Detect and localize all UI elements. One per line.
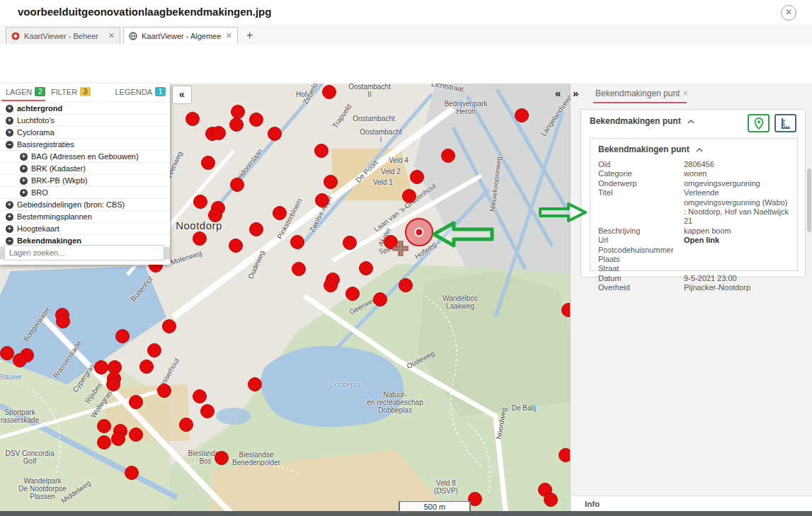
- tab-filter[interactable]: FILTER 3: [51, 87, 91, 96]
- announcement-dot[interactable]: [147, 343, 161, 357]
- layer-expand-icon[interactable]: +: [6, 129, 13, 137]
- announcement-dot[interactable]: [215, 451, 229, 465]
- announcement-dot[interactable]: [193, 195, 207, 209]
- panel-tab-close-icon[interactable]: ×: [682, 88, 687, 98]
- announcement-dot[interactable]: [185, 112, 200, 126]
- announcement-dot[interactable]: [0, 346, 14, 360]
- announcement-dot[interactable]: [515, 108, 529, 122]
- announcement-dot[interactable]: [230, 178, 244, 192]
- announcement-dot[interactable]: [544, 493, 558, 507]
- announcement-dot[interactable]: [231, 105, 245, 119]
- layer-row[interactable]: +Gebiedsindelingen (bron: CBS): [0, 199, 170, 211]
- layer-row[interactable]: +Luchtfoto's: [0, 115, 170, 127]
- layer-row[interactable]: +BRK (Kadaster): [0, 163, 170, 175]
- tab-lagen[interactable]: LAGEN 2: [6, 87, 45, 96]
- layer-collapse-icon[interactable]: −: [6, 141, 13, 149]
- panel-scrollbar[interactable]: [807, 168, 811, 232]
- field-value[interactable]: Open link: [684, 236, 791, 245]
- announcement-dot[interactable]: [13, 353, 27, 367]
- layer-row[interactable]: +achtergrond: [0, 103, 170, 115]
- layer-collapse-icon[interactable]: −: [6, 237, 13, 245]
- announcement-dot[interactable]: [410, 170, 424, 184]
- layer-search-input[interactable]: [4, 245, 164, 260]
- announcement-dot[interactable]: [248, 377, 262, 391]
- panel-tab-bekendmakingen-punt[interactable]: Bekendmakingen punt×: [595, 88, 687, 98]
- announcement-dot[interactable]: [162, 319, 176, 333]
- panel-collapse-right-icon[interactable]: »: [573, 87, 578, 99]
- layer-expand-icon[interactable]: +: [20, 153, 28, 161]
- announcement-dot[interactable]: [94, 360, 108, 374]
- announcement-dot[interactable]: [343, 236, 357, 250]
- announcement-dot[interactable]: [125, 466, 139, 480]
- announcement-dot[interactable]: [559, 448, 570, 462]
- layer-expand-icon[interactable]: +: [20, 177, 28, 185]
- announcement-dot[interactable]: [97, 419, 111, 433]
- layer-row[interactable]: +Cyclorama: [0, 127, 170, 139]
- browser-tab-algemeen[interactable]: KaartViewer - Algemeen ✕: [123, 27, 238, 44]
- sidebar-collapse-button[interactable]: «: [172, 86, 192, 104]
- chevron-up-icon[interactable]: [687, 120, 694, 124]
- field-label: Datum: [598, 274, 684, 283]
- tab-close-icon[interactable]: ✕: [108, 31, 115, 40]
- announcement-dot[interactable]: [111, 432, 125, 446]
- announcement-dot[interactable]: [268, 127, 282, 141]
- announcement-dot[interactable]: [399, 278, 413, 292]
- layer-expand-icon[interactable]: +: [6, 201, 13, 209]
- layer-row[interactable]: +Bestemmingsplannen: [0, 211, 170, 223]
- new-tab-icon[interactable]: +: [246, 29, 253, 42]
- announcement-dot[interactable]: [373, 292, 387, 306]
- layer-row[interactable]: −Basisregistraties: [0, 139, 170, 151]
- announcement-dot[interactable]: [345, 287, 360, 301]
- layer-row[interactable]: +BAG (Adressen en Gebouwen): [0, 151, 170, 163]
- announcement-dot[interactable]: [292, 262, 306, 276]
- announcement-dot[interactable]: [315, 193, 329, 207]
- tab-legenda[interactable]: LEGENDA 1: [115, 87, 166, 96]
- tab-close-icon[interactable]: ✕: [226, 31, 232, 40]
- zoom-to-feature-button[interactable]: [748, 114, 770, 132]
- announcement-dot[interactable]: [402, 189, 416, 203]
- announcement-dot[interactable]: [212, 126, 226, 140]
- layer-expand-icon[interactable]: +: [6, 225, 13, 233]
- announcement-dot[interactable]: [441, 149, 455, 163]
- announcement-dot[interactable]: [193, 231, 207, 246]
- layer-expand-icon[interactable]: +: [6, 213, 13, 221]
- announcement-dot[interactable]: [229, 239, 243, 253]
- announcement-dot[interactable]: [322, 85, 336, 99]
- layer-row[interactable]: +BRO: [0, 187, 170, 199]
- browser-tab-beheer[interactable]: KaartViewer - Beheer ✕: [6, 27, 120, 44]
- announcement-dot[interactable]: [314, 144, 328, 158]
- layer-row[interactable]: +BRK-PB (Wkpb): [0, 175, 170, 187]
- window-close-icon[interactable]: ✕: [781, 5, 796, 21]
- announcement-dot[interactable]: [56, 314, 70, 328]
- announcement-dot[interactable]: [201, 156, 215, 170]
- announcement-dot[interactable]: [324, 278, 338, 292]
- announcement-dot[interactable]: [290, 235, 304, 249]
- announcement-dot[interactable]: [229, 117, 244, 132]
- announcement-dot[interactable]: [106, 377, 120, 391]
- announcement-dot[interactable]: [249, 222, 263, 236]
- chevron-up-icon[interactable]: [696, 148, 703, 152]
- layer-expand-icon[interactable]: +: [6, 105, 13, 113]
- announcement-dot[interactable]: [193, 389, 207, 403]
- announcement-dot[interactable]: [97, 435, 111, 449]
- tab-label: KaartViewer - Beheer: [24, 32, 104, 40]
- panel-collapse-left-icon[interactable]: «: [555, 87, 561, 99]
- announcement-dot[interactable]: [115, 329, 130, 343]
- announcement-dot[interactable]: [324, 175, 338, 189]
- announcement-dot[interactable]: [179, 418, 193, 432]
- info-section-header[interactable]: Info: [571, 495, 812, 511]
- announcement-dot[interactable]: [273, 206, 287, 220]
- layer-expand-icon[interactable]: +: [20, 189, 28, 197]
- measure-button[interactable]: [774, 114, 796, 132]
- announcement-dot[interactable]: [139, 360, 154, 374]
- announcement-dot[interactable]: [200, 404, 215, 418]
- announcement-dot[interactable]: [249, 113, 263, 127]
- layer-expand-icon[interactable]: +: [6, 117, 13, 125]
- announcement-dot[interactable]: [157, 384, 171, 398]
- announcement-dot[interactable]: [359, 261, 373, 275]
- layer-row[interactable]: +Hoogtekaart: [0, 223, 170, 235]
- announcement-dot[interactable]: [129, 428, 143, 442]
- announcement-dot[interactable]: [129, 395, 143, 409]
- layer-expand-icon[interactable]: +: [20, 165, 28, 173]
- announcement-dot[interactable]: [208, 208, 222, 222]
